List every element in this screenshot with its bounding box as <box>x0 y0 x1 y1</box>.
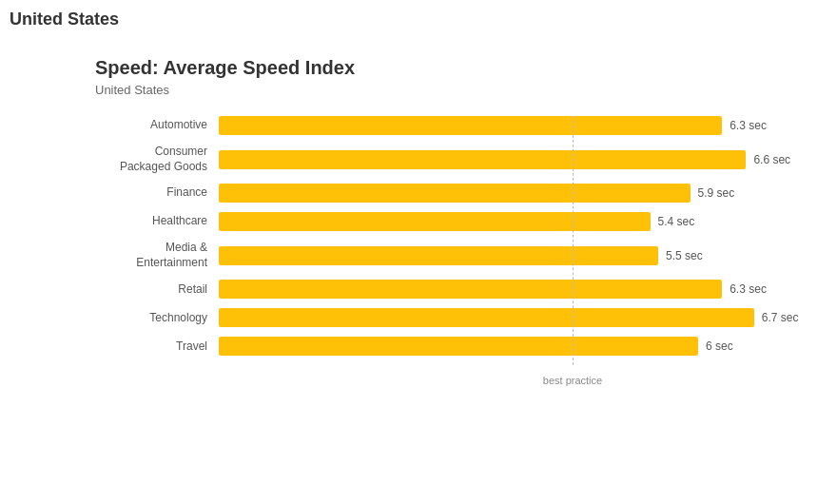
bar-fill <box>219 116 722 135</box>
bar-row: ConsumerPackaged Goods6.6 sec <box>95 145 818 174</box>
bar-fill <box>219 337 698 356</box>
bar-row: Retail6.3 sec <box>95 280 818 299</box>
bar-track: 6.6 sec <box>219 150 818 169</box>
bar-fill <box>219 280 722 299</box>
chart-subtitle: United States <box>95 83 818 97</box>
bar-value: 6.6 sec <box>753 153 790 166</box>
bar-fill <box>219 150 746 169</box>
bar-track: 6.7 sec <box>219 308 818 327</box>
bar-row: Media &Entertainment5.5 sec <box>95 241 818 270</box>
bar-value: 6 sec <box>706 339 733 353</box>
bar-fill <box>219 246 658 265</box>
bar-label: Finance <box>95 185 219 201</box>
bar-row: Finance5.9 sec <box>95 184 818 203</box>
bar-fill <box>219 308 754 327</box>
bar-track: 5.4 sec <box>219 212 818 231</box>
bar-label: Retail <box>95 282 219 298</box>
bar-label: Media &Entertainment <box>95 241 219 270</box>
bar-label: Automotive <box>95 118 219 133</box>
page-title: United States <box>10 10 119 29</box>
bar-label: Travel <box>95 339 219 355</box>
bars-area: Automotive6.3 secConsumerPackaged Goods6… <box>95 116 818 365</box>
bar-track: 6.3 sec <box>219 116 818 135</box>
bars-wrapper: Automotive6.3 secConsumerPackaged Goods6… <box>95 116 818 365</box>
bar-track: 6.3 sec <box>219 280 818 299</box>
bar-label: Technology <box>95 311 219 326</box>
bar-row: Automotive6.3 sec <box>95 116 818 135</box>
bar-track: 5.5 sec <box>219 246 818 265</box>
bar-value: 6.7 sec <box>762 311 799 324</box>
bar-row: Technology6.7 sec <box>95 308 818 327</box>
bar-row: Healthcare5.4 sec <box>95 212 818 231</box>
bar-value: 6.3 sec <box>730 119 767 132</box>
bar-label: ConsumerPackaged Goods <box>95 145 219 174</box>
bar-row: Travel6 sec <box>95 337 818 356</box>
best-practice-label: best practice <box>543 375 602 386</box>
bar-label: Healthcare <box>95 214 219 229</box>
chart-container: Speed: Average Speed Index United States… <box>95 57 818 475</box>
bar-value: 5.5 sec <box>666 249 703 262</box>
bar-value: 6.3 sec <box>730 282 767 296</box>
bar-track: 6 sec <box>219 337 818 356</box>
bar-value: 5.9 sec <box>698 186 735 200</box>
bar-fill <box>219 212 651 231</box>
bar-track: 5.9 sec <box>219 184 818 203</box>
bar-fill <box>219 184 691 203</box>
bar-value: 5.4 sec <box>658 215 695 228</box>
chart-title: Speed: Average Speed Index <box>95 57 818 79</box>
